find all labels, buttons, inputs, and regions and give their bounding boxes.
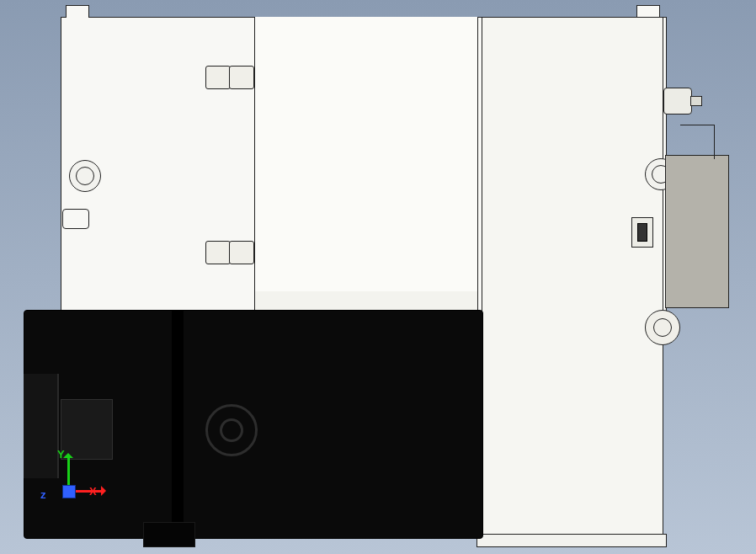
model-motor-foot <box>143 522 195 547</box>
model-standoff-top-left-b[interactable] <box>229 66 254 89</box>
model-top-tab-left <box>66 5 89 18</box>
model-right-rail-block[interactable] <box>482 17 663 541</box>
model-motor-band <box>172 310 184 537</box>
model-connector-pin <box>690 96 702 106</box>
model-connector-stub[interactable] <box>663 88 692 115</box>
model-motor-endcap <box>24 374 59 478</box>
model-sensor-slot[interactable] <box>631 217 653 248</box>
model-round-boss[interactable] <box>645 310 680 345</box>
model-top-tab-right <box>636 5 660 18</box>
model-motor-connector-port[interactable] <box>61 399 113 460</box>
model-standoff-bottom-left-a[interactable] <box>205 241 231 264</box>
model-bracket-arm <box>680 125 715 159</box>
model-bolt-head-left[interactable] <box>69 160 101 192</box>
model-motor-shaft-ring <box>205 404 258 456</box>
model-standoff-top-left-a[interactable] <box>205 66 231 89</box>
cad-3d-viewport[interactable]: Y X z <box>0 0 756 554</box>
model-center-panel[interactable] <box>254 17 478 310</box>
model-rail-bottom-cap <box>476 534 667 547</box>
model-side-bracket[interactable] <box>665 155 729 308</box>
model-center-panel-base <box>254 291 478 311</box>
model-left-notch <box>62 209 89 229</box>
model-standoff-bottom-left-b[interactable] <box>229 241 254 264</box>
